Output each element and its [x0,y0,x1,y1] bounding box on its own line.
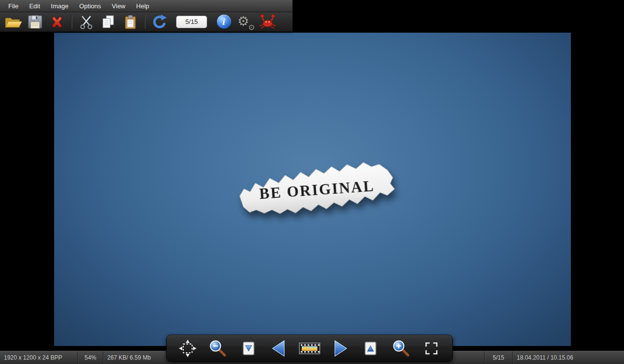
clipboard-paste-icon [122,14,138,30]
open-button[interactable] [3,13,23,30]
undo-button[interactable] [149,13,170,30]
floppy-save-icon [27,14,43,30]
gear-glyph-large: ⚙ [237,13,249,30]
gears-icon: ⚙ ⚙ [236,14,255,30]
fit-to-window-button[interactable] [175,337,200,360]
cut-button[interactable] [76,13,97,30]
save-button[interactable] [25,13,45,30]
filmstrip-icon [298,339,321,358]
zoom-in-icon [391,339,411,358]
menu-item-options[interactable]: Options [74,0,107,12]
next-image-button[interactable] [328,337,353,360]
delete-button[interactable] [47,13,67,30]
paste-button[interactable] [120,13,140,30]
image-canvas[interactable]: BE ORIGINAL [54,33,571,346]
browse-thumbnails-button[interactable] [297,337,322,360]
status-file-size: 267 KB/ 6.59 Mb [103,351,170,364]
copy-button[interactable] [98,13,118,30]
last-image-button[interactable] [236,337,261,360]
image-down-icon [239,339,258,358]
menu-item-view[interactable]: View [106,0,131,12]
menu-bar: File Edit Image Options View Help [0,0,292,12]
menu-item-edit[interactable]: Edit [24,0,45,12]
open-folder-icon [3,14,23,30]
info-icon: i [217,15,231,29]
torn-paper-graphic: BE ORIGINAL [234,155,400,224]
previous-image-button[interactable] [266,337,292,360]
zoom-out-button[interactable] [205,337,231,360]
status-image-info: 1920 x 1200 x 24 BPP [0,351,78,364]
undo-arrow-icon [150,14,169,30]
toolbar: 5/15 i ⚙ ⚙ [0,12,292,31]
status-datetime: 18.04.2011 / 10.15.06 [513,351,624,364]
top-panel: File Edit Image Options View Help [0,0,292,32]
zoom-in-button[interactable] [389,337,414,360]
menu-item-file[interactable]: File [3,0,24,12]
image-up-icon [361,339,380,358]
gear-glyph-small: ⚙ [248,24,255,32]
app-logo-button[interactable] [257,13,278,30]
fullscreen-icon [422,339,441,358]
next-arrow-icon [331,339,350,358]
status-zoom-level: 54% [78,351,103,364]
status-image-index: 5/15 [485,351,513,364]
app-window: BE ORIGINAL File Edit Image Options View… [0,0,624,364]
delete-x-icon [49,14,65,30]
settings-button[interactable]: ⚙ ⚙ [235,13,256,30]
info-glyph: i [222,17,225,27]
page-counter[interactable]: 5/15 [176,16,207,28]
fullscreen-button[interactable] [419,337,444,360]
menu-item-help[interactable]: Help [131,0,155,12]
previous-arrow-icon [269,339,289,358]
scissors-icon [78,14,95,30]
torn-paper-svg: BE ORIGINAL [234,155,400,224]
menu-item-image[interactable]: Image [45,0,74,12]
toolbar-separator [144,15,145,29]
viewer-toolbar [166,335,453,362]
first-image-button[interactable] [358,337,383,360]
info-button[interactable]: i [214,13,234,30]
fit-to-window-icon [178,339,197,358]
copy-icon [100,14,117,30]
zoom-out-icon [208,339,228,358]
crab-logo-icon [258,13,277,31]
toolbar-separator [71,15,72,29]
